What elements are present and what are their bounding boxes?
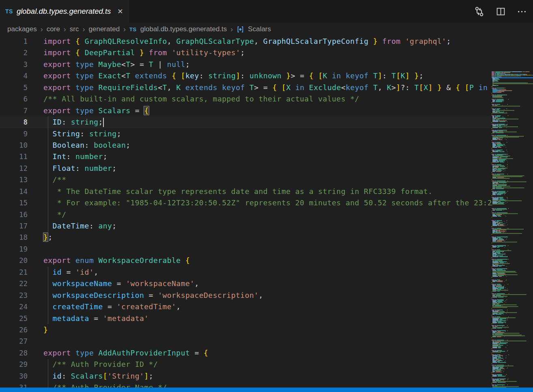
code-text: * The DateTime scalar type represents da… [36,186,492,197]
code-line[interactable]: 15 * For example: "1985-04-12T23:20:50.5… [0,197,492,209]
split-editor-button[interactable] [496,6,506,17]
line-number: 5 [0,82,36,93]
more-actions-button[interactable] [517,6,527,17]
code-line[interactable]: 19 [0,243,492,255]
code-text: metadata = 'metadata' [36,313,492,324]
line-number: 1 [0,36,36,47]
code-text: Boolean: boolean; [36,140,492,151]
code-line[interactable]: 12 Float: number; [0,163,492,174]
code-line[interactable]: 21 id = 'id', [0,267,492,278]
line-number: 31 [0,382,36,388]
code-line[interactable]: 10 Boolean: boolean; [0,140,492,151]
code-text: export enum WorkspaceOrderable { [36,255,492,266]
tab-global-db-types[interactable]: TS global.db.types.generated.ts ✕ [0,0,129,23]
breadcrumb-separator: › [123,25,126,34]
line-number: 4 [0,70,36,82]
code-line[interactable]: 31 /** Auth Provider Name */ [0,382,492,388]
code-text: createdTime = 'createdTime', [36,301,492,312]
code-line[interactable]: 20export enum WorkspaceOrderable { [0,255,492,266]
tab-close-icon[interactable]: ✕ [117,8,123,15]
editor-actions [474,0,533,23]
code-text: ID: string; [36,116,492,128]
line-number: 15 [0,197,36,209]
line-number: 12 [0,163,36,174]
code-line[interactable]: 5export type RequireFields<T, K extends … [0,82,492,93]
open-changes-button[interactable] [474,6,485,17]
line-number: 16 [0,209,36,220]
line-number: 29 [0,359,36,370]
code-text [36,336,492,347]
code-line[interactable]: 4export type Exact<T extends { [key: str… [0,70,492,82]
code-text: export type Maybe<T> = T | null; [36,59,492,70]
line-number: 11 [0,151,36,162]
code-line[interactable]: 13 /** [0,174,492,185]
code-line[interactable]: 22 workspaceName = 'workspaceName', [0,278,492,289]
code-line[interactable]: 6/** All built-in and custom scalars, ma… [0,93,492,105]
code-editor[interactable]: 1import { GraphQLResolveInfo, GraphQLSca… [0,36,533,388]
line-number: 26 [0,324,36,336]
code-text: Float: number; [36,163,492,174]
code-line[interactable]: 30 id: Scalars['String']; [0,370,492,382]
breadcrumb-filename[interactable]: global.db.types.generated.ts [140,25,227,33]
breadcrumb-separator: › [64,25,66,34]
line-number: 20 [0,255,36,266]
code-line[interactable]: 29 /** Auth Provider ID */ [0,359,492,370]
minimap[interactable] [491,71,533,388]
code-line[interactable]: 7export type Scalars = { [0,105,492,116]
code-text: export type Exact<T extends { [key: stri… [36,70,492,82]
status-bar[interactable] [0,388,533,392]
breadcrumb-core[interactable]: core [47,25,60,33]
line-number: 10 [0,140,36,151]
code-text: Int: number; [36,151,492,162]
code-line[interactable]: 9 String: string; [0,128,492,140]
typescript-file-icon: TS [129,26,137,32]
code-text: export type AddAuthProviderInput = { [36,347,492,359]
code-line[interactable]: 1import { GraphQLResolveInfo, GraphQLSca… [0,36,492,47]
code-line[interactable]: 26} [0,324,492,336]
breadcrumb-symbol-scalars[interactable]: Scalars [248,25,271,33]
code-line[interactable]: 3export type Maybe<T> = T | null; [0,59,492,70]
code-text: }; [36,232,492,243]
code-text: import { DeepPartial } from 'utility-typ… [36,47,492,58]
code-line[interactable]: 16 */ [0,209,492,220]
code-text: * For example: "1985-04-12T23:20:50.52Z"… [36,197,492,209]
code-text: /** Auth Provider Name */ [36,382,492,388]
code-line[interactable]: 14 * The DateTime scalar type represents… [0,186,492,197]
symbol-type-icon [236,26,244,33]
line-number: 17 [0,220,36,232]
tab-label: global.db.types.generated.ts [17,7,111,16]
code-text: import { GraphQLResolveInfo, GraphQLScal… [36,36,492,47]
code-line[interactable]: 8 ID: string; [0,116,492,128]
code-line[interactable]: 11 Int: number; [0,151,492,162]
code-line[interactable]: 24 createdTime = 'createdTime', [0,301,492,312]
breadcrumb-generated[interactable]: generated [89,25,120,33]
vscode-editor-window: TS global.db.types.generated.ts ✕ [0,0,533,392]
breadcrumb-separator: › [83,25,85,34]
code-line[interactable]: 25 metadata = 'metadata' [0,313,492,324]
line-number: 9 [0,128,36,140]
code-line[interactable]: 2import { DeepPartial } from 'utility-ty… [0,47,492,58]
code-line[interactable]: 27 [0,336,492,347]
indent-guide [48,116,48,232]
breadcrumb-separator: › [41,25,43,34]
code-lines[interactable]: 1import { GraphQLResolveInfo, GraphQLSca… [0,36,492,388]
breadcrumb-packages[interactable]: packages [7,25,37,33]
line-number: 30 [0,370,36,382]
code-line[interactable]: 23 workspaceDescription = 'workspaceDesc… [0,290,492,301]
tab-bar: TS global.db.types.generated.ts ✕ [0,0,533,23]
indent-guide [48,267,48,324]
breadcrumb-src[interactable]: src [70,25,79,33]
line-number: 6 [0,93,36,105]
code-text: } [36,324,492,336]
line-number: 2 [0,47,36,58]
code-line[interactable]: 17 DateTime: any; [0,220,492,232]
text-cursor [103,118,104,127]
code-text: export type Scalars = { [36,105,492,116]
code-line[interactable]: 18}; [0,232,492,243]
line-number: 19 [0,243,36,255]
code-text: /** [36,174,492,185]
code-line[interactable]: 28export type AddAuthProviderInput = { [0,347,492,359]
breadcrumb: packages › core › src › generated › TS g… [0,23,533,36]
line-number: 13 [0,174,36,185]
code-text: String: string; [36,128,492,140]
